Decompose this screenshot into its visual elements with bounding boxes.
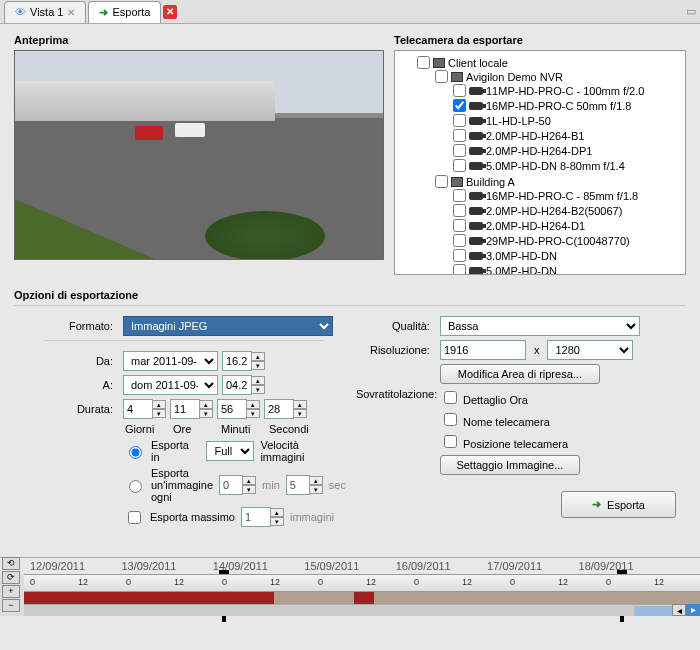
to-label: A: [14,379,119,391]
preview-title: Anteprima [14,34,384,46]
from-date[interactable]: mar 2011-09-13 [123,351,218,371]
dur-days[interactable] [123,399,153,419]
nvr-icon [451,72,463,82]
camera-item[interactable]: 16MP-HD-PRO-C - 85mm f/1.8 [453,189,681,202]
tab-label: Vista 1 [30,6,63,18]
camera-icon [469,237,483,245]
image-settings-button[interactable]: Settaggio Immagine... [440,455,580,475]
tab-view1[interactable]: 👁 Vista 1 ✕ [4,1,86,23]
camera-icon [469,102,483,110]
camera-icon [469,162,483,170]
camera-item[interactable]: 16MP-HD-PRO-C 50mm f/1.8 [453,99,681,112]
timeline[interactable]: ⟲⟳+− 12/09/201113/09/201114/09/201115/09… [0,557,700,616]
camera-icon [469,252,483,260]
camera-item[interactable]: 11MP-HD-PRO-C - 100mm f/2.0 [453,84,681,97]
format-select[interactable]: Immagini JPEG [123,316,333,336]
dur-hours[interactable] [170,399,200,419]
spinner[interactable]: ▴▾ [251,376,265,394]
camera-item[interactable]: 3.0MP-HD-DN [453,249,681,262]
res-height[interactable]: 1280 [547,340,633,360]
camera-icon [469,147,483,155]
dur-secs[interactable] [264,399,294,419]
spinner[interactable]: ▴▾ [251,352,265,370]
dur-mins[interactable] [217,399,247,419]
timeline-date: 12/09/2011 [30,560,121,572]
camera-icon [469,192,483,200]
timeline-scrollbar[interactable]: ◂ ▸ [24,604,700,616]
export-icon: ➜ [592,498,601,511]
preview-image [14,50,384,260]
eye-icon: 👁 [15,6,26,18]
overlay-time[interactable]: Dettaglio Ora [440,388,568,407]
camera-item[interactable]: 29MP-HD-PRO-C(10048770) [453,234,681,247]
timeline-ruler[interactable]: 012012012012012012012 [24,574,700,592]
camera-tree[interactable]: Client locale Avigilon Demo NVR 11MP-HD-… [394,50,686,275]
building-icon [451,177,463,187]
tree-nvr[interactable]: Avigilon Demo NVR [435,70,681,83]
timeline-date: 16/09/2011 [396,560,487,572]
quality-label: Qualità: [356,320,436,332]
camera-item[interactable]: 5.0MP-HD-DN [453,264,681,275]
camera-icon [469,207,483,215]
camera-item[interactable]: 5.0MP-HD-DN 8-80mm f/1.4 [453,159,681,172]
every-min [219,475,243,495]
server-icon [433,58,445,68]
minimize-icon[interactable]: ▭ [686,5,696,18]
camera-item[interactable]: 2.0MP-HD-H264-D1 [453,219,681,232]
rate-select[interactable]: Full [206,441,254,461]
camera-item[interactable]: 2.0MP-HD-H264-DP1 [453,144,681,157]
timeline-track[interactable] [24,592,700,604]
camera-icon [469,132,483,140]
export-every-radio[interactable] [129,480,142,493]
tab-close-icon[interactable]: ✕ [67,7,75,18]
res-width[interactable] [440,340,526,360]
overlay-pos[interactable]: Posizione telecamera [440,432,568,451]
tree-building[interactable]: Building A [435,175,681,188]
camera-icon [469,87,483,95]
close-icon[interactable]: ✕ [163,5,177,19]
camera-item[interactable]: 2.0MP-HD-H264-B2(50067) [453,204,681,217]
camera-icon [469,222,483,230]
timeline-date: 17/09/2011 [487,560,578,572]
overlay-label: Sovratitolazione: [356,388,436,400]
camera-icon [469,267,483,275]
to-time[interactable] [222,375,252,395]
camera-icon [469,117,483,125]
scroll-right-icon[interactable]: ▸ [686,604,700,616]
export-arrow-icon: ➜ [99,6,108,19]
modify-area-button[interactable]: Modifica Area di ripresa... [440,364,600,384]
timeline-date: 13/09/2011 [121,560,212,572]
max-images [241,507,271,527]
timeline-date: 15/09/2011 [304,560,395,572]
resolution-label: Risoluzione: [356,344,436,356]
from-label: Da: [14,355,119,367]
to-date[interactable]: dom 2011-09-18 [123,375,218,395]
scroll-left-icon[interactable]: ◂ [672,604,686,616]
from-time[interactable] [222,351,252,371]
export-button[interactable]: ➜ Esporta [561,491,676,518]
cameras-title: Telecamera da esportare [394,34,686,46]
every-sec [286,475,310,495]
camera-item[interactable]: 1L-HD-LP-50 [453,114,681,127]
tab-export[interactable]: ➜ Esporta [88,1,161,23]
export-rate-radio[interactable] [129,446,142,459]
camera-item[interactable]: 2.0MP-HD-H264-B1 [453,129,681,142]
options-title: Opzioni di esportazione [14,289,686,301]
overlay-name[interactable]: Nome telecamera [440,410,568,429]
export-max-check[interactable] [128,511,141,524]
tree-root[interactable]: Client locale [417,56,681,69]
format-label: Formato: [14,320,119,332]
duration-label: Durata: [14,403,119,415]
tab-label: Esporta [112,6,150,18]
quality-select[interactable]: Bassa [440,316,640,336]
